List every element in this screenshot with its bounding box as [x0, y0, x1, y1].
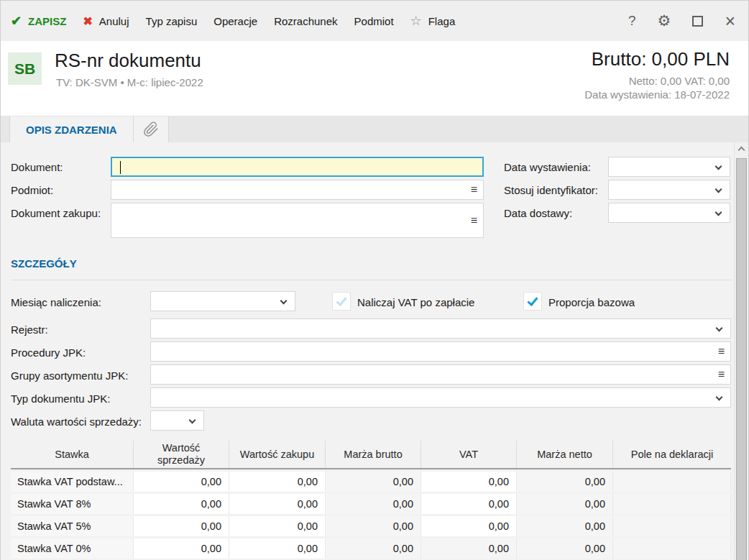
waluta-select[interactable]: PLN: [150, 410, 204, 431]
chevron-down-icon: [716, 325, 723, 332]
rozrachunek-label: Rozrachunek: [274, 15, 337, 27]
col-header-marza-brutto[interactable]: Marża brutto: [326, 441, 421, 468]
cell-wartosc-sprzedazy[interactable]: 0,00: [134, 494, 229, 514]
vat-rates-table: Stawka Wartość sprzedaży Wartość zakupu …: [11, 441, 731, 559]
chevron-down-icon: [189, 417, 196, 424]
check-icon: ✔: [11, 13, 22, 29]
stosuj-identyfikator-select[interactable]: wg transakcji VAT: [608, 180, 730, 200]
cancel-label: Anuluj: [99, 15, 129, 27]
check-icon: [336, 295, 346, 306]
menu-rozrachunek[interactable]: Rozrachunek: [274, 15, 337, 27]
cancel-x-icon: ✖: [83, 14, 92, 28]
data-wystawienia-select[interactable]: 18-07-2022: [608, 157, 730, 177]
content-area: Dokument: Podmiot: Wprowadź kontrahenta.…: [1, 142, 748, 560]
typ-zapisu-label: Typ zapisu: [146, 15, 198, 27]
naliczaj-vat-label: Naliczaj VAT po zapłacie: [357, 296, 474, 308]
save-button[interactable]: ✔ ZAPISZ: [11, 13, 66, 29]
scroll-up-arrow-icon[interactable]: [738, 147, 745, 154]
operacje-label: Operacje: [213, 15, 257, 27]
cancel-button[interactable]: ✖ Anuluj: [83, 14, 129, 28]
miesiac-naliczenia-select[interactable]: lipiec 2022: [150, 291, 295, 311]
lookup-menu-icon[interactable]: ≡: [718, 369, 725, 380]
typ-dokumentu-select[interactable]: Brak oznaczenia typu dokumentu: [150, 387, 731, 408]
row-label: Stawka VAT podstaw...: [11, 472, 134, 492]
table-row: Stawka VAT 0% 0,00 0,00 0,00 0,00 0,00: [11, 538, 731, 559]
cell-vat: 0,00: [421, 538, 517, 559]
lookup-menu-icon[interactable]: ≡: [718, 346, 725, 357]
chevron-down-icon: [716, 394, 723, 401]
page-subtitle: TV: DK-SVM • M-c: lipiec-2022: [56, 76, 203, 88]
menu-operacje[interactable]: Operacje: [213, 15, 257, 27]
cell-vat[interactable]: 0,00: [421, 494, 517, 514]
grupy-asortymentu-input[interactable]: Wpisz symbol lub wciśnij F2 aby rozwinąć…: [150, 364, 731, 385]
cell-wartosc-sprzedazy[interactable]: 0,00: [134, 538, 229, 559]
document-window: ✔ ZAPISZ ✖ Anuluj Typ zapisu Operacje Ro…: [0, 0, 749, 560]
cell-marza-netto: 0,00: [517, 494, 613, 514]
cell-marza-netto: 0,00: [517, 538, 613, 559]
cell-marza-brutto: 0,00: [326, 538, 421, 559]
close-icon[interactable]: ×: [725, 16, 735, 27]
flag-button[interactable]: ☆ Flaga: [410, 13, 456, 29]
data-wystawienia-label: Data wystawienia:: [504, 161, 591, 173]
cell-wartosc-zakupu[interactable]: 0,00: [229, 516, 326, 536]
dokument-zakupu-label: Dokument zakupu:: [11, 207, 101, 219]
help-icon[interactable]: ?: [628, 13, 636, 29]
table-header-row: Stawka Wartość sprzedaży Wartość zakupu …: [11, 441, 731, 469]
dokument-input[interactable]: [111, 157, 484, 177]
table-row: Stawka VAT podstaw... 0,00 0,00 0,00 0,0…: [11, 472, 731, 492]
cell-pole-na-deklaracji: [613, 516, 731, 536]
section-divider: [11, 280, 731, 280]
cell-wartosc-zakupu[interactable]: 0,00: [229, 538, 326, 559]
lookup-menu-icon[interactable]: ≡: [471, 215, 477, 226]
procedury-jpk-label: Procedury JPK:: [11, 346, 86, 359]
row-label: Stawka VAT 0%: [11, 538, 134, 559]
menu-podmiot[interactable]: Podmiot: [354, 15, 394, 27]
podmiot-input[interactable]: Wprowadź kontrahenta... ≡: [111, 180, 484, 200]
tab-opis-zdarzenia[interactable]: OPIS ZDARZENIA: [9, 116, 133, 142]
typ-dokumentu-label: Typ dokumentu JPK:: [11, 393, 110, 405]
cell-vat[interactable]: 0,00: [421, 472, 517, 492]
cell-wartosc-zakupu[interactable]: 0,00: [229, 472, 326, 492]
cell-marza-netto: 0,00: [517, 472, 613, 492]
vertical-scrollbar[interactable]: [734, 142, 748, 560]
col-header-stawka[interactable]: Stawka: [11, 441, 134, 468]
cell-wartosc-sprzedazy[interactable]: 0,00: [134, 516, 229, 536]
table-row: Stawka VAT 8% 0,00 0,00 0,00 0,00 0,00: [11, 494, 731, 514]
menu-typ-zapisu[interactable]: Typ zapisu: [146, 15, 198, 27]
maximize-icon[interactable]: [692, 16, 703, 27]
col-header-wartosc-zakupu[interactable]: Wartość zakupu: [229, 441, 326, 468]
proporcja-bazowa-label: Proporcja bazowa: [548, 296, 635, 308]
cell-marza-brutto: 0,00: [326, 494, 421, 514]
gear-icon[interactable]: ⚙: [658, 12, 671, 29]
data-dostawy-label: Data dostawy:: [504, 207, 572, 219]
col-header-wartosc-sprzedazy[interactable]: Wartość sprzedaży: [134, 441, 229, 468]
dokument-zakupu-input[interactable]: ≡: [111, 203, 484, 238]
document-type-badge: SB: [8, 52, 42, 85]
row-label: Stawka VAT 5%: [11, 516, 134, 536]
lookup-menu-icon[interactable]: ≡: [471, 184, 477, 196]
toolbar: ✔ ZAPISZ ✖ Anuluj Typ zapisu Operacje Ro…: [1, 1, 748, 41]
chevron-down-icon: [280, 298, 288, 305]
naliczaj-vat-checkbox[interactable]: [332, 292, 351, 311]
procedury-jpk-input[interactable]: MR_UZ - Dostawa towarów używanych ≡: [150, 341, 731, 362]
cell-pole-na-deklaracji: [613, 494, 731, 514]
tab-bar: OPIS ZDARZENIA: [1, 116, 748, 142]
row-label: Stawka VAT 8%: [11, 494, 134, 514]
tab-attachments[interactable]: [133, 116, 169, 142]
cell-wartosc-zakupu[interactable]: 0,00: [229, 494, 326, 514]
cell-vat[interactable]: 0,00: [421, 516, 517, 536]
data-dostawy-select[interactable]: 18-07-2022: [608, 203, 730, 223]
col-header-vat[interactable]: VAT: [421, 441, 517, 468]
podmiot-label: Podmiot:: [11, 184, 53, 196]
rejestr-select[interactable]: RS Rejestr sprzedaży VAT: [150, 318, 731, 339]
col-header-marza-netto[interactable]: Marża netto: [517, 441, 613, 468]
col-header-pole-na-deklaracji[interactable]: Pole na deklaracji: [613, 441, 731, 468]
cell-marza-brutto: 0,00: [326, 472, 421, 492]
cell-wartosc-sprzedazy[interactable]: 0,00: [134, 472, 229, 492]
proporcja-bazowa-checkbox[interactable]: [523, 292, 542, 311]
save-label: ZAPISZ: [28, 15, 66, 27]
dokument-label: Dokument:: [11, 161, 63, 173]
flag-label: Flaga: [428, 15, 456, 27]
issue-date-summary: Data wystawienia: 18-07-2022: [584, 88, 730, 101]
scrollbar-thumb[interactable]: [736, 158, 747, 560]
